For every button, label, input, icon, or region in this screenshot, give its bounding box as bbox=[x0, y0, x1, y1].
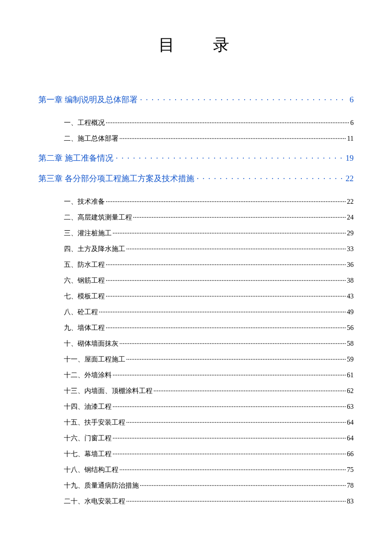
toc-leader-dots bbox=[140, 93, 347, 101]
toc-leader-dots bbox=[112, 370, 346, 377]
toc-leader-dots bbox=[119, 465, 346, 472]
toc-leader-dots bbox=[126, 355, 346, 361]
toc-sub-page: 56 bbox=[347, 324, 354, 332]
toc-sub-page: 49 bbox=[347, 308, 354, 316]
toc-sub-label: 八、砼工程 bbox=[64, 308, 98, 317]
toc-leader-dots bbox=[112, 228, 346, 235]
toc-sub-page: 63 bbox=[347, 403, 354, 410]
toc-sub-entry[interactable]: 五、防水工程 36 bbox=[38, 260, 354, 269]
page-title: 目 录 bbox=[38, 34, 354, 56]
toc-sub-entry[interactable]: 四、土方及降水施工 33 bbox=[38, 244, 354, 254]
toc-sub-label: 十八、钢结构工程 bbox=[64, 465, 118, 474]
toc-leader-dots bbox=[140, 481, 346, 488]
toc-leader-dots bbox=[106, 118, 349, 125]
toc-leader-dots bbox=[112, 402, 346, 409]
toc-leader-dots bbox=[112, 449, 346, 456]
toc-sub-page: 38 bbox=[347, 277, 354, 284]
toc-sub-page: 58 bbox=[347, 340, 354, 347]
toc-sub-label: 十五、扶手安装工程 bbox=[64, 418, 125, 427]
toc-sub-label: 五、防水工程 bbox=[64, 260, 105, 269]
toc-sub-label: 一、工程概况 bbox=[64, 119, 105, 127]
toc-leader-dots bbox=[112, 434, 346, 440]
toc-sub-page: 11 bbox=[347, 135, 354, 142]
toc-chapter-page: 22 bbox=[346, 174, 354, 183]
toc-sub-page: 29 bbox=[347, 229, 354, 237]
toc-sub-entry[interactable]: 六、钢筋工程 38 bbox=[38, 276, 354, 285]
toc-sub-page: 75 bbox=[347, 466, 354, 474]
toc-sub-entry[interactable]: 二、高层建筑测量工程 24 bbox=[38, 213, 354, 222]
toc-sub-label: 十、砌体墙面抹灰 bbox=[64, 339, 118, 348]
toc-sub-label: 十四、油漆工程 bbox=[64, 402, 112, 411]
toc-sub-entry[interactable]: 一、工程概况 6 bbox=[38, 118, 354, 127]
toc-chapter-label: 第三章 各分部分项工程施工方案及技术措施 bbox=[38, 173, 194, 184]
toc-leader-dots bbox=[126, 497, 346, 503]
toc-chapter-entry[interactable]: 第二章 施工准备情况 19 bbox=[38, 153, 354, 164]
toc-sub-entry[interactable]: 八、砼工程 49 bbox=[38, 307, 354, 317]
toc-sub-label: 一、技术准备 bbox=[64, 197, 105, 206]
toc-sub-page: 6 bbox=[350, 119, 354, 127]
toc-leader-dots bbox=[106, 292, 346, 298]
toc-sub-page: 59 bbox=[347, 356, 354, 363]
toc-sub-page: 61 bbox=[347, 371, 354, 379]
toc-sub-entry[interactable]: 十九、质量通病防治措施 78 bbox=[38, 481, 354, 490]
toc-sub-page: 64 bbox=[347, 434, 354, 442]
toc-sub-page: 43 bbox=[347, 292, 354, 300]
toc-sub-page: 78 bbox=[347, 482, 354, 489]
toc-sub-entry[interactable]: 十八、钢结构工程 75 bbox=[38, 465, 354, 474]
toc-chapter-entry[interactable]: 第三章 各分部分项工程施工方案及技术措施 22 bbox=[38, 173, 354, 184]
toc-leader-dots bbox=[116, 151, 343, 159]
toc-leader-dots bbox=[106, 260, 346, 267]
toc-sub-label: 十九、质量通病防治措施 bbox=[64, 481, 139, 490]
toc-sub-entry[interactable]: 十四、油漆工程 63 bbox=[38, 402, 354, 411]
toc-sub-page: 66 bbox=[347, 450, 354, 458]
toc-sub-page: 33 bbox=[347, 245, 354, 253]
toc-sub-entry[interactable]: 十二、外墙涂料 61 bbox=[38, 370, 354, 380]
toc-sub-page: 83 bbox=[347, 497, 354, 505]
toc-sub-label: 二、高层建筑测量工程 bbox=[64, 213, 132, 222]
toc-chapter-label: 第一章 编制说明及总体部署 bbox=[38, 94, 138, 105]
toc-sub-page: 22 bbox=[347, 198, 354, 205]
toc-leader-dots bbox=[106, 323, 346, 330]
toc-sub-entry[interactable]: 九、墙体工程 56 bbox=[38, 323, 354, 332]
toc-sub-page: 36 bbox=[347, 261, 354, 269]
toc-sub-entry[interactable]: 十七、幕墙工程 66 bbox=[38, 449, 354, 459]
toc-sub-label: 十六、门窗工程 bbox=[64, 434, 112, 443]
toc-chapter-page: 19 bbox=[346, 153, 354, 163]
toc-leader-dots bbox=[119, 134, 346, 141]
toc-leader-dots bbox=[106, 276, 346, 283]
toc-sub-entry[interactable]: 三、灌注桩施工 29 bbox=[38, 228, 354, 238]
toc-sub-entry[interactable]: 一、技术准备 22 bbox=[38, 197, 354, 206]
toc-sub-label: 三、灌注桩施工 bbox=[64, 229, 112, 238]
toc-leader-dots bbox=[119, 339, 346, 346]
toc-sub-entry[interactable]: 十五、扶手安装工程 64 bbox=[38, 418, 354, 427]
toc-sub-label: 六、钢筋工程 bbox=[64, 276, 105, 285]
toc-sub-label: 四、土方及降水施工 bbox=[64, 245, 125, 254]
toc-sub-entry[interactable]: 十六、门窗工程 64 bbox=[38, 434, 354, 443]
toc-sub-label: 十一、屋面工程施工 bbox=[64, 355, 125, 364]
toc-sub-entry[interactable]: 十、砌体墙面抹灰 58 bbox=[38, 339, 354, 348]
toc-leader-dots bbox=[126, 418, 346, 425]
toc-sub-entry[interactable]: 七、模板工程 43 bbox=[38, 292, 354, 301]
toc-sub-page: 64 bbox=[347, 419, 354, 426]
toc-sub-entry[interactable]: 十一、屋面工程施工 59 bbox=[38, 355, 354, 364]
toc-sub-page: 62 bbox=[347, 387, 354, 395]
toc-leader-dots bbox=[106, 197, 346, 204]
toc-sub-label: 十三、内墙面、顶棚涂料工程 bbox=[64, 387, 153, 396]
toc-sub-entry[interactable]: 二、施工总体部署 11 bbox=[38, 134, 354, 143]
toc-leader-dots bbox=[133, 213, 346, 220]
toc-chapter-page: 6 bbox=[350, 95, 354, 104]
toc-sub-entry[interactable]: 十三、内墙面、顶棚涂料工程 62 bbox=[38, 386, 354, 396]
toc-sub-page: 24 bbox=[347, 214, 354, 221]
toc-sub-label: 十七、幕墙工程 bbox=[64, 450, 112, 459]
toc-sub-label: 七、模板工程 bbox=[64, 292, 105, 301]
toc-leader-dots bbox=[99, 307, 346, 314]
toc-leader-dots bbox=[126, 244, 346, 251]
toc-leader-dots bbox=[153, 386, 346, 393]
toc-chapter-entry[interactable]: 第一章 编制说明及总体部署 6 bbox=[38, 94, 354, 105]
toc-sub-label: 十二、外墙涂料 bbox=[64, 371, 112, 380]
toc-sub-label: 二、施工总体部署 bbox=[64, 134, 118, 143]
toc-sub-label: 九、墙体工程 bbox=[64, 324, 105, 332]
toc-chapter-label: 第二章 施工准备情况 bbox=[38, 153, 113, 164]
toc-sub-label: 二十、水电安装工程 bbox=[64, 497, 125, 506]
toc-sub-entry[interactable]: 二十、水电安装工程 83 bbox=[38, 497, 354, 506]
